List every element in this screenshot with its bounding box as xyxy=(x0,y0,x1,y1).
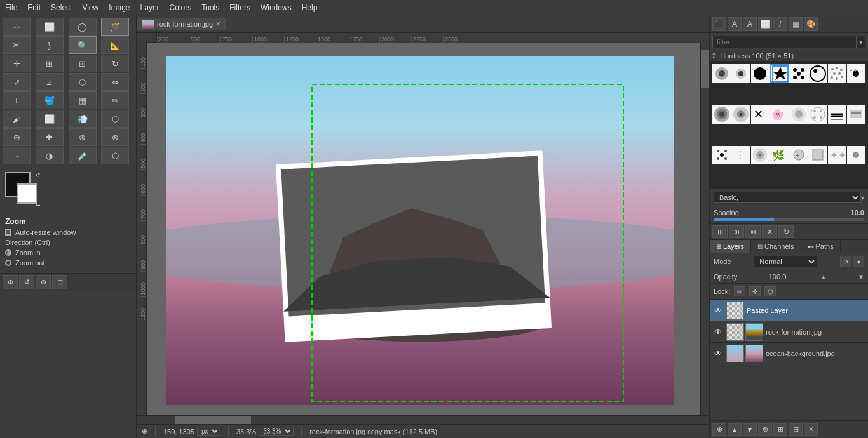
tool-bucket[interactable]: 🪣 xyxy=(36,91,64,109)
zoom-select[interactable]: 33.3% 50% 100% xyxy=(259,427,294,436)
menu-filters[interactable]: Filters xyxy=(224,2,255,13)
brush-cell-8[interactable]: ✦✦ xyxy=(847,64,865,83)
tool-blur[interactable]: ⊗ xyxy=(101,128,129,146)
tool-ellipse-select[interactable]: ◯ xyxy=(69,18,97,36)
opacity-stepper-up[interactable]: ▲ xyxy=(820,274,827,281)
tab-channels[interactable]: ⊟ Channels xyxy=(751,240,801,253)
canvas-scrollbar-h[interactable] xyxy=(137,415,709,424)
canvas-tab-main[interactable]: rock-formation.jpg ✕ xyxy=(137,18,226,30)
image-display-btn[interactable]: ⊞ xyxy=(52,275,67,289)
layer-new-from-visible-btn[interactable]: ⊕ xyxy=(729,225,744,238)
tool-blend[interactable]: ▦ xyxy=(69,91,97,109)
menu-view[interactable]: View xyxy=(77,2,104,13)
tab-layers[interactable]: ⊞ Layers xyxy=(710,240,751,253)
tool-paths[interactable]: ⟆ xyxy=(36,36,64,54)
duplicate-layer-btn[interactable]: ⊗ xyxy=(758,423,772,436)
layer-row-ocean[interactable]: 👁 ocean-background.jpg xyxy=(710,343,868,364)
zoom-out-radio[interactable] xyxy=(5,260,11,266)
brush-gradient-btn[interactable]: ▦ xyxy=(789,17,803,31)
tool-flip[interactable]: ⇔ xyxy=(101,73,129,91)
layer-eye-rock[interactable]: 👁 xyxy=(712,328,724,336)
brush-cell-15[interactable] xyxy=(828,105,846,123)
menu-image[interactable]: Image xyxy=(104,2,135,13)
zoom-in-radio[interactable] xyxy=(5,249,11,256)
tool-airbrush[interactable]: 💨 xyxy=(69,110,97,128)
lock-alpha-btn[interactable]: ⬡ xyxy=(764,286,776,296)
delete-layer-btn[interactable]: ✕ xyxy=(804,423,818,436)
brush-pattern-btn[interactable]: / xyxy=(773,17,787,31)
status-new-btn[interactable]: ⊕ xyxy=(142,427,147,435)
menu-help[interactable]: Help xyxy=(297,2,323,13)
tool-text[interactable]: T xyxy=(3,91,31,109)
brush-cell-2[interactable] xyxy=(731,64,750,83)
brush-cell-23[interactable]: ✦✦ xyxy=(828,146,846,164)
tool-eraser[interactable]: ⬜ xyxy=(36,110,64,128)
tab-paths[interactable]: ⊷ Paths xyxy=(801,240,841,253)
tool-paintbrush[interactable]: 🖌 xyxy=(3,110,31,128)
layer-eye-pasted[interactable]: 👁 xyxy=(712,306,724,315)
brush-cell-5[interactable] xyxy=(789,64,808,83)
anchor-layer-btn[interactable]: ⊞ xyxy=(773,423,787,436)
color-reset[interactable]: ↺ xyxy=(36,172,41,178)
menu-tools[interactable]: Tools xyxy=(196,2,224,13)
tool-measure[interactable]: 📐 xyxy=(101,36,129,54)
layer-row-pasted[interactable]: 👁 Pasted Layer xyxy=(710,300,868,321)
menu-windows[interactable]: Windows xyxy=(255,2,297,13)
brush-cell-17[interactable] xyxy=(712,146,731,164)
tool-move[interactable]: ✛ xyxy=(3,55,31,72)
canvas-viewport[interactable] xyxy=(147,43,709,415)
new-layer-btn[interactable]: ⊕ xyxy=(712,423,726,436)
brush-cell-6[interactable] xyxy=(808,64,827,83)
brush-presets-btn[interactable]: ⬛ xyxy=(712,17,726,31)
tool-clone[interactable]: ⊕ xyxy=(3,128,31,146)
brush-cell-4[interactable] xyxy=(770,64,789,83)
menu-layer[interactable]: Layer xyxy=(135,2,165,13)
brush-cell-11[interactable]: ✕ xyxy=(751,105,770,123)
brush-cell-9[interactable] xyxy=(712,105,731,123)
restore-btn[interactable]: ⊗ xyxy=(36,275,51,289)
tool-scissors[interactable]: ✂ xyxy=(3,36,31,54)
tool-perspective-clone[interactable]: ⊛ xyxy=(69,128,97,146)
tool-free-select[interactable]: ⊹ xyxy=(3,18,31,36)
menu-select[interactable]: Select xyxy=(46,2,77,13)
opacity-stepper-down[interactable]: ▼ xyxy=(858,274,864,281)
new-from-visible-btn[interactable]: ⊕ xyxy=(3,275,18,289)
tool-fuzzy-select[interactable]: 🪄 xyxy=(101,18,129,36)
spacing-slider[interactable] xyxy=(714,218,864,221)
status-unit-select[interactable]: px xyxy=(197,427,220,436)
tool-color-picker[interactable]: 💉 xyxy=(69,147,97,164)
canvas-tab-close[interactable]: ✕ xyxy=(215,20,220,27)
mode-dropdown-btn[interactable]: ▾ xyxy=(853,256,864,267)
raise-layer-btn[interactable]: ▲ xyxy=(728,423,742,436)
background-color[interactable] xyxy=(17,183,37,204)
blend-mode-select[interactable]: Normal Multiply Screen Overlay xyxy=(754,256,817,267)
tool-crop[interactable]: ⊡ xyxy=(69,55,97,72)
layer-refresh-btn[interactable]: ↻ xyxy=(778,225,794,238)
menu-edit[interactable]: Edit xyxy=(22,2,46,13)
tool-align[interactable]: ⊞ xyxy=(36,55,64,72)
brush-cell-22[interactable] xyxy=(808,146,827,164)
auto-resize-checkbox[interactable] xyxy=(5,229,11,236)
layer-merge-btn[interactable]: ⊞ xyxy=(712,225,728,238)
brush-size-btn[interactable]: A xyxy=(743,17,757,31)
undo-history-btn[interactable]: ↺ xyxy=(19,275,34,289)
tool-dodge[interactable]: ◑ xyxy=(36,147,64,164)
layer-row-rock[interactable]: 👁 rock-formation.jpg xyxy=(710,321,868,343)
menu-colors[interactable]: Colors xyxy=(165,2,197,13)
lower-layer-btn[interactable]: ▼ xyxy=(743,423,757,436)
scrollbar-thumb-h[interactable] xyxy=(175,416,251,424)
tool-scale[interactable]: ⤢ xyxy=(3,73,31,91)
tool-rotate[interactable]: ↻ xyxy=(101,55,129,72)
brush-filter-input[interactable] xyxy=(712,36,857,48)
layer-duplicate-btn[interactable]: ⊗ xyxy=(745,225,761,238)
brush-cell-7[interactable] xyxy=(828,64,846,83)
brush-cell-18[interactable]: ⋮⋮ xyxy=(731,146,750,164)
brush-cell-1[interactable] xyxy=(712,64,731,83)
scrollbar-thumb-v[interactable] xyxy=(701,50,709,88)
brush-cell-12[interactable]: 🌸 xyxy=(770,105,789,123)
tool-zoom[interactable]: 🔍 xyxy=(69,36,97,54)
layer-delete-btn[interactable]: ✕ xyxy=(762,225,777,238)
lock-pixel-btn[interactable]: ✏ xyxy=(734,286,745,296)
tool-perspective[interactable]: ⬡ xyxy=(69,73,97,91)
brush-filter-dropdown[interactable]: ▾ xyxy=(857,36,865,48)
